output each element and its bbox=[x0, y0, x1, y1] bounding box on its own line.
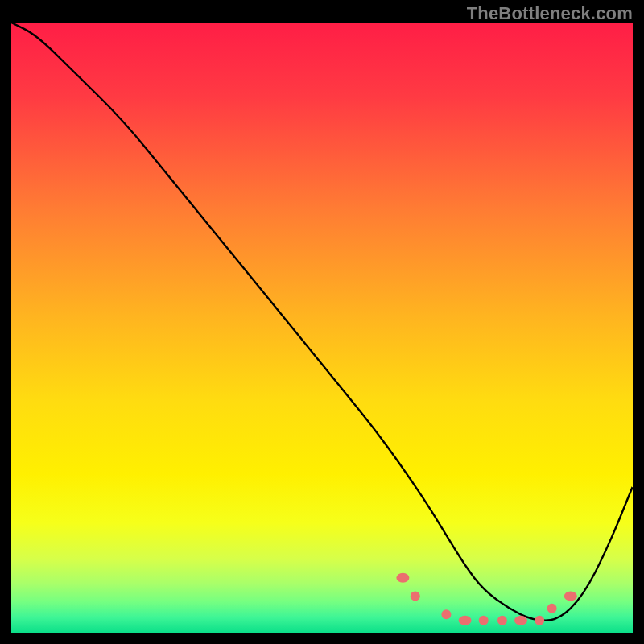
marker-dot bbox=[514, 616, 527, 625]
marker-dot bbox=[535, 616, 544, 625]
watermark-text: TheBottleneck.com bbox=[467, 3, 633, 24]
marker-dot bbox=[497, 616, 507, 625]
marker-dot bbox=[441, 609, 451, 619]
marker-dot bbox=[547, 604, 557, 613]
marker-dot bbox=[479, 616, 489, 625]
marker-dot bbox=[564, 592, 577, 601]
marker-dot bbox=[411, 592, 420, 601]
chart-plot-area bbox=[11, 23, 633, 633]
chart-svg bbox=[11, 23, 633, 633]
marker-dot bbox=[396, 573, 409, 583]
gradient-background bbox=[11, 23, 633, 633]
chart-frame: TheBottleneck.com bbox=[0, 0, 644, 644]
marker-dot bbox=[459, 616, 472, 625]
